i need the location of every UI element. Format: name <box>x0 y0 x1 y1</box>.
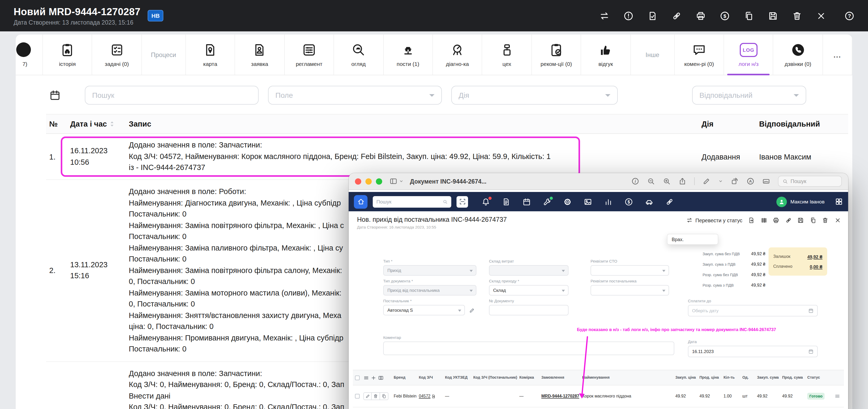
field-expense-warehouse: Склад витрат <box>489 259 568 276</box>
supplier-requisites-select[interactable] <box>591 285 669 296</box>
mac-search-field[interactable]: Пошук <box>778 176 842 187</box>
status-badge[interactable]: НВ <box>148 10 163 22</box>
share-button[interactable] <box>679 177 686 185</box>
pay-until-input[interactable]: Оберіть дату <box>688 305 818 316</box>
tab-map[interactable]: карта <box>186 35 235 75</box>
tab-overflow-left[interactable]: 7) <box>16 35 43 75</box>
status-dropdown-item[interactable]: Врах. <box>667 234 718 245</box>
select-all-checkbox[interactable] <box>355 375 360 380</box>
export-button[interactable] <box>748 217 755 224</box>
settings-button[interactable] <box>563 198 572 206</box>
barcode-button[interactable] <box>761 217 767 224</box>
finance-button[interactable] <box>625 198 633 206</box>
change-status-button[interactable] <box>599 11 609 21</box>
zoom-in-button[interactable] <box>663 177 671 185</box>
apps-grid-button[interactable] <box>835 198 843 206</box>
delete-button[interactable] <box>792 11 802 21</box>
tab-feedback[interactable]: відгук <box>581 35 630 75</box>
service-button[interactable] <box>543 198 551 206</box>
supplier-select[interactable]: Автосклад S <box>383 305 465 315</box>
tab-comments[interactable]: комен-рі (0) <box>675 35 724 75</box>
user-menu[interactable]: Максим Іванов <box>776 196 825 207</box>
notifications-button[interactable] <box>482 198 490 206</box>
type-select[interactable]: Прихід <box>383 265 476 276</box>
rotate-button[interactable] <box>731 177 739 185</box>
link-button[interactable] <box>785 217 792 224</box>
tab-posts[interactable]: пости (1) <box>383 35 433 75</box>
save-button[interactable] <box>768 11 778 21</box>
row-checkbox[interactable] <box>355 394 360 399</box>
tab-group-processes[interactable]: Процеси <box>142 35 186 75</box>
calendar-button[interactable] <box>523 198 531 206</box>
reports-button[interactable] <box>604 198 613 206</box>
info-button[interactable] <box>631 177 639 185</box>
copy-button[interactable] <box>810 217 816 224</box>
copy-button[interactable] <box>744 11 754 21</box>
delete-button[interactable] <box>822 217 829 224</box>
annotate-button[interactable] <box>747 177 754 185</box>
sto-requisites-select[interactable] <box>591 265 669 276</box>
income-warehouse-select[interactable]: Склад <box>489 285 568 296</box>
help-button[interactable] <box>844 11 855 21</box>
drag-handle-icon[interactable] <box>835 393 840 399</box>
comment-input[interactable] <box>383 342 674 355</box>
search-input[interactable] <box>92 91 251 99</box>
home-button[interactable] <box>354 195 368 208</box>
mac-close-button[interactable] <box>355 178 361 184</box>
markup-button[interactable] <box>703 177 710 185</box>
columns-button[interactable] <box>378 375 384 380</box>
tab-history[interactable]: історія <box>43 35 92 75</box>
part-code-link[interactable]: 04572 <box>419 394 443 399</box>
zoom-out-button[interactable] <box>647 177 655 185</box>
date-filter-button[interactable] <box>49 90 61 101</box>
edit-part-button[interactable] <box>363 392 372 400</box>
sort-icon[interactable] <box>109 120 115 128</box>
mac-zoom-button[interactable] <box>376 178 382 184</box>
field-select[interactable]: Поле <box>268 86 442 105</box>
list-menu-button[interactable] <box>363 375 369 380</box>
tab-diagnostics[interactable]: діагно-ка <box>433 35 483 75</box>
change-status-button[interactable]: Перевести у статус <box>687 217 743 224</box>
doc-type-select[interactable]: Прихід від постачальника <box>383 285 476 296</box>
tab-logs[interactable]: LOGлоги н/з <box>724 35 774 75</box>
payment-button[interactable] <box>720 11 730 21</box>
tab-group-other[interactable]: Інше <box>630 35 675 75</box>
action-select[interactable]: Дія <box>451 86 618 105</box>
delete-part-button[interactable] <box>372 392 380 400</box>
tab-request[interactable]: заявка <box>235 35 285 75</box>
print-button[interactable] <box>696 11 706 21</box>
media-button[interactable] <box>584 198 592 206</box>
tab-workshop[interactable]: цех <box>483 35 532 75</box>
warning-button[interactable] <box>623 11 633 21</box>
document-check-button[interactable] <box>648 11 657 21</box>
close-button[interactable] <box>816 11 826 21</box>
responsible-select[interactable]: Відповідальний <box>692 86 806 105</box>
doc-number-input[interactable] <box>489 305 568 315</box>
mac-minimize-button[interactable] <box>365 178 372 184</box>
tab-recommendations[interactable]: реком-ції (0) <box>532 35 581 75</box>
copy-part-button[interactable] <box>380 392 389 400</box>
scan-button[interactable] <box>457 196 468 207</box>
links-button[interactable] <box>665 198 674 206</box>
close-button[interactable] <box>834 217 841 224</box>
expense-warehouse-select[interactable] <box>489 265 568 276</box>
tab-more[interactable]: ... <box>823 35 852 75</box>
print-button[interactable] <box>773 217 779 224</box>
tab-calls[interactable]: дзвінки (0) <box>774 35 823 75</box>
documents-button[interactable] <box>502 198 510 206</box>
app-search-input[interactable] <box>376 199 440 205</box>
sidebar-toggle-button[interactable] <box>390 177 404 185</box>
date-input[interactable]: 16.11.2023 <box>688 346 818 357</box>
edit-supplier-button[interactable] <box>467 306 476 315</box>
tab-tasks[interactable]: задачі (0) <box>92 35 142 75</box>
tab-inspection[interactable]: огляд <box>334 35 383 75</box>
add-row-button[interactable] <box>371 375 376 380</box>
save-button[interactable] <box>797 217 804 224</box>
paid-link[interactable]: 0,00 ₴ <box>810 264 823 269</box>
tab-maintenance[interactable]: регламент <box>284 35 334 75</box>
balance-link[interactable]: 49,92 ₴ <box>807 254 823 259</box>
link-button[interactable] <box>672 11 682 21</box>
vehicles-button[interactable] <box>645 198 653 206</box>
signature-button[interactable] <box>762 177 770 185</box>
col-datetime[interactable]: Дата і час <box>70 120 129 128</box>
